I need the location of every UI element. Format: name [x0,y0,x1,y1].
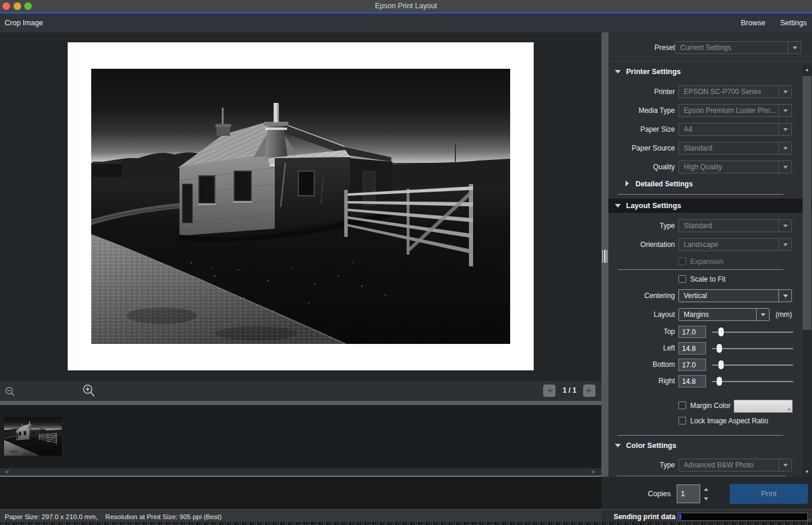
preview-image[interactable] [91,69,510,344]
preview-canvas [0,32,601,381]
expansion-checkbox[interactable] [678,258,686,265]
chevron-down-icon [778,290,791,302]
filmstrip-scrollbar[interactable] [0,468,601,476]
image-thumbnail[interactable] [4,417,62,456]
chevron-down-icon [778,86,791,98]
margin-top-slider[interactable] [712,332,793,333]
margin-left-slider-thumb[interactable] [717,344,722,353]
margin-right-slider[interactable] [712,381,793,382]
margin-top-input[interactable] [678,326,706,338]
margin-bottom-slider[interactable] [712,365,793,366]
zoom-in-icon[interactable] [82,384,95,398]
paper-size-dropdown[interactable]: A4 [678,123,792,136]
scale-to-fit-label: Scale to Fit [690,275,726,283]
bottom-left-area [0,477,601,509]
scroll-up-icon[interactable]: ▲ [803,65,811,75]
margin-color-label: Margin Color [690,402,731,410]
margin-left-input[interactable] [678,342,706,355]
paper-source-label: Paper Source [608,142,675,155]
scroll-right-icon[interactable]: ▶ [588,468,599,476]
quality-row: Quality High Quality [608,160,804,173]
printer-settings-header[interactable]: Printer Settings [608,66,804,77]
preset-dropdown[interactable]: Current Settings [675,41,801,54]
window-title: Epson Print Layout [0,0,812,12]
settings-button[interactable]: Settings [780,14,807,32]
page-indicator: 1 / 1 [557,384,582,397]
splitter-grip-icon [603,250,607,263]
margin-top-slider-thumb[interactable] [718,327,724,336]
color-settings-header[interactable]: Color Settings [608,440,804,451]
printer-dropdown[interactable]: EPSON SC-P700 Series [678,85,792,98]
margin-left-slider[interactable] [712,348,793,349]
copies-increment-button[interactable] [701,484,711,494]
section-expanded-icon [615,204,621,208]
margin-right-slider-thumb[interactable] [717,377,722,386]
title-bar: Epson Print Layout [0,0,812,12]
lock-aspect-checkbox[interactable] [678,417,686,424]
lock-aspect-label: Lock Image Aspect Ratio [690,417,768,425]
scale-to-fit-checkbox[interactable] [678,275,686,283]
chevron-down-icon [778,161,791,173]
margin-unit-label: (mm) [776,308,792,321]
panel-divider [618,194,783,195]
layout-dropdown[interactable]: Margins [678,308,770,321]
print-button[interactable]: Print [730,484,808,504]
browse-button[interactable]: Browse [741,14,766,32]
margin-color-swatch[interactable] [734,400,793,413]
next-page-button[interactable] [583,384,595,397]
layout-type-dropdown[interactable]: Standard [678,219,792,232]
quality-dropdown[interactable]: High Quality [678,160,792,173]
scale-to-fit-row: Scale to Fit [608,275,804,283]
color-type-label: Type [608,459,675,472]
horizontal-splitter[interactable] [0,401,601,405]
color-type-dropdown[interactable]: Advanced B&W Photo [678,459,792,472]
centering-row: Centering Vertical [608,289,804,302]
copies-decrement-button[interactable] [701,494,711,503]
centering-label: Centering [608,289,675,302]
panel-divider [618,435,783,436]
margin-bottom-label: Bottom [608,359,675,372]
copies-input[interactable] [677,484,700,503]
chevron-down-icon [778,220,791,232]
previous-page-button[interactable] [543,384,555,397]
paper-preview [68,42,534,370]
chevron-down-icon [778,459,791,471]
margin-left-label: Left [608,342,675,355]
media-type-row: Media Type Epson Premium Luster Pho... [608,104,804,117]
margin-right-label: Right [608,375,675,388]
layout-settings-header[interactable]: Layout Settings [608,200,804,211]
paper-size-row: Paper Size A4 [608,123,804,136]
toolbar: Crop Image Browse Settings [0,14,812,33]
chevron-down-icon [778,239,791,250]
status-resolution: Resolution at Print Size: 905 ppi (Best) [105,513,222,520]
margin-right-input[interactable] [678,375,706,387]
panel-scrollbar-thumb[interactable] [803,76,811,330]
margin-bottom-slider-thumb[interactable] [718,360,724,369]
crop-image-button[interactable]: Crop Image [5,14,43,32]
chevron-down-icon [788,42,801,53]
layout-label: Layout [608,308,675,321]
orientation-row: Orientation Landscape [608,238,804,251]
panel-divider [617,476,786,476]
scroll-left-icon[interactable]: ◀ [1,468,12,476]
orientation-dropdown[interactable]: Landscape [678,238,792,251]
chevron-down-icon [778,123,791,135]
margin-color-checkbox[interactable] [678,402,686,409]
media-type-dropdown[interactable]: Epson Premium Luster Pho... [678,104,792,117]
filmstrip [0,405,601,468]
centering-dropdown[interactable]: Vertical [678,289,792,302]
margin-bottom-row: Bottom [608,359,804,371]
margin-bottom-input[interactable] [678,359,706,371]
zoom-out-icon[interactable] [5,386,15,397]
preset-label: Preset [608,41,675,54]
chevron-down-icon [778,142,791,154]
arrow-up-icon [704,488,708,491]
scroll-down-icon[interactable]: ▼ [803,467,811,477]
window-bottom-edge [0,522,812,525]
arrow-left-icon [543,384,555,397]
preset-row: Preset Current Settings [608,41,804,54]
layout-type-row: Type Standard [608,219,804,232]
paper-source-dropdown[interactable]: Standard [678,142,792,155]
detailed-settings-toggle[interactable]: Detailed Settings [608,179,804,189]
section-collapsed-icon [625,180,629,186]
